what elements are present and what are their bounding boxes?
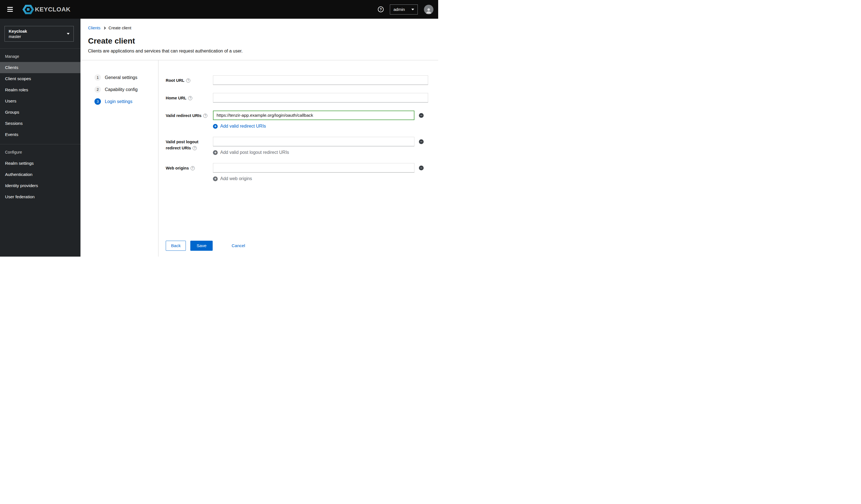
label-text: Web origins (166, 166, 189, 170)
sidebar-item-client-scopes[interactable]: Client scopes (0, 73, 81, 84)
web-origin-input[interactable] (213, 163, 414, 172)
help-icon[interactable] (186, 79, 190, 83)
valid-redirect-uris-row: Valid redirect URIs Add valid redirect U… (166, 111, 428, 129)
root-url-input[interactable] (213, 75, 428, 85)
page-header: Clients Create client Create client Clie… (81, 19, 438, 60)
plus-circle-icon (213, 177, 218, 181)
sidebar-item-user-federation[interactable]: User federation (0, 191, 81, 202)
caret-down-icon (67, 33, 70, 34)
step-number: 2 (94, 86, 101, 93)
sidebar-item-sessions[interactable]: Sessions (0, 118, 81, 129)
sidebar-item-realm-roles[interactable]: Realm roles (0, 84, 81, 96)
help-icon[interactable] (378, 6, 384, 12)
remove-post-logout-uri-button[interactable] (419, 139, 424, 144)
avatar[interactable] (424, 5, 434, 14)
breadcrumb-current: Create client (108, 26, 131, 30)
breadcrumb-clients-link[interactable]: Clients (88, 26, 100, 30)
home-url-label: Home URL (166, 93, 213, 102)
sidebar-item-realm-settings[interactable]: Realm settings (0, 158, 81, 169)
add-link-label: Add valid post logout redirect URIs (220, 150, 289, 155)
breadcrumb: Clients Create client (88, 26, 428, 30)
sidebar-item-users[interactable]: Users (0, 96, 81, 107)
user-name: admin (394, 7, 405, 12)
valid-redirect-uris-label: Valid redirect URIs (166, 111, 213, 129)
wizard-nav: 1 General settings 2 Capability config 3… (81, 60, 159, 256)
add-link-label: Add valid redirect URIs (220, 124, 266, 129)
wizard-step-capability-config[interactable]: 2 Capability config (94, 86, 158, 93)
sidebar-item-authentication[interactable]: Authentication (0, 169, 81, 180)
web-origins-row: Web origins Add web origins (166, 163, 428, 181)
person-icon (425, 7, 432, 14)
sidebar-item-clients[interactable]: Clients (0, 62, 81, 73)
back-button[interactable]: Back (166, 241, 186, 251)
post-logout-uri-input[interactable] (213, 137, 414, 146)
step-label: General settings (105, 75, 137, 80)
home-url-input[interactable] (213, 93, 428, 102)
add-web-origin-button[interactable]: Add web origins (213, 176, 252, 181)
wizard-step-login-settings[interactable]: 3 Login settings (94, 98, 158, 105)
label-text: Root URL (166, 78, 184, 83)
web-origins-label: Web origins (166, 163, 213, 181)
sidebar-item-identity-providers[interactable]: Identity providers (0, 180, 81, 191)
wizard-step-general-settings[interactable]: 1 General settings (94, 74, 158, 81)
post-logout-uris-label: Valid post logout redirect URIs (166, 137, 213, 155)
home-url-row: Home URL (166, 93, 428, 102)
main-content: Clients Create client Create client Clie… (81, 19, 438, 256)
help-icon[interactable] (188, 96, 192, 100)
keycloak-logo: KEYCLOAK (22, 3, 70, 16)
brand-name: KEYCLOAK (35, 6, 70, 13)
page-subtitle: Clients are applications and services th… (88, 48, 428, 54)
sidebar-item-groups[interactable]: Groups (0, 107, 81, 118)
label-text: Valid redirect URIs (166, 113, 202, 118)
nav-section-title: Configure (0, 146, 81, 158)
top-header: KEYCLOAK admin (0, 0, 438, 19)
nav-section-manage: Manage Clients Client scopes Realm roles… (0, 48, 81, 140)
step-number: 3 (94, 98, 101, 105)
root-url-row: Root URL (166, 75, 428, 85)
user-menu-dropdown[interactable]: admin (390, 4, 418, 15)
page-title: Create client (88, 37, 428, 45)
chevron-right-icon (103, 27, 106, 30)
step-label: Login settings (105, 99, 133, 104)
valid-redirect-uri-input[interactable] (213, 111, 414, 120)
plus-circle-icon (213, 150, 218, 155)
realm-current: master (9, 34, 70, 39)
root-url-label: Root URL (166, 75, 213, 85)
plus-circle-icon (213, 124, 218, 129)
hamburger-menu-button[interactable] (5, 5, 15, 14)
remove-web-origin-button[interactable] (419, 166, 424, 170)
add-post-logout-uri-button[interactable]: Add valid post logout redirect URIs (213, 150, 289, 155)
cancel-button[interactable]: Cancel (231, 241, 246, 251)
nav-section-title: Manage (0, 50, 81, 62)
caret-down-icon (411, 9, 414, 10)
add-link-label: Add web origins (220, 176, 252, 181)
login-settings-form: Root URL Home URL Valid redirect URIs (159, 60, 438, 256)
sidebar: Keycloak master Manage Clients Client sc… (0, 19, 81, 256)
remove-redirect-uri-button[interactable] (419, 113, 424, 118)
sidebar-item-events[interactable]: Events (0, 129, 81, 140)
realm-selector[interactable]: Keycloak master (4, 26, 74, 42)
nav-section-configure: Configure Realm settings Authentication … (0, 144, 81, 202)
add-valid-redirect-uri-button[interactable]: Add valid redirect URIs (213, 124, 266, 129)
help-icon[interactable] (203, 114, 207, 118)
step-label: Capability config (105, 87, 137, 92)
realm-name: Keycloak (9, 29, 70, 33)
keycloak-hexagon-icon (22, 3, 35, 16)
help-icon[interactable] (193, 146, 197, 150)
step-number: 1 (94, 74, 101, 81)
form-actions: Back Save Cancel (166, 241, 428, 251)
post-logout-uris-row: Valid post logout redirect URIs Add vali… (166, 137, 428, 155)
header-actions: admin (378, 4, 434, 15)
label-text: Home URL (166, 96, 187, 100)
help-icon[interactable] (191, 166, 195, 170)
save-button[interactable]: Save (190, 241, 213, 251)
